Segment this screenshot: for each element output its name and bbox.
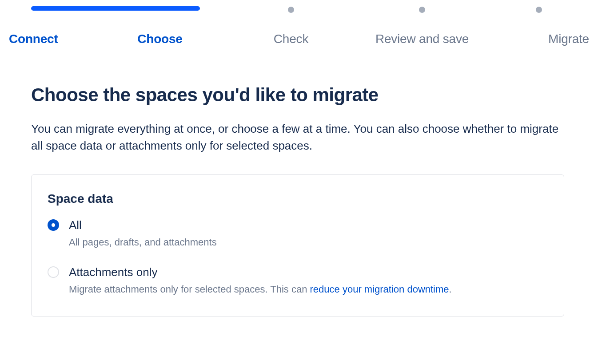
step-label: Connect (9, 32, 58, 46)
radio-description: Migrate attachments only for selected sp… (69, 283, 452, 297)
radio-input-all[interactable] (48, 219, 59, 231)
step-migrate[interactable]: Migrate (489, 6, 589, 46)
panel-heading: Space data (48, 192, 548, 206)
step-label: Review and save (375, 32, 469, 46)
radio-input-attachments-only[interactable] (48, 266, 59, 278)
step-choose[interactable]: Choose (93, 6, 227, 46)
step-check[interactable]: Check (227, 6, 355, 46)
step-dot-icon (419, 7, 425, 13)
step-connect[interactable]: Connect (9, 6, 93, 46)
radio-description-suffix: . (449, 284, 452, 295)
radio-description: All pages, drafts, and attachments (69, 236, 217, 249)
radio-label[interactable]: Attachments only (69, 265, 452, 279)
radio-option-attachments-only[interactable]: Attachments only Migrate attachments onl… (48, 265, 548, 297)
radio-label[interactable]: All (69, 218, 217, 232)
stepper: Connect Choose Check Review and save Mig… (0, 0, 598, 58)
step-label: Check (274, 32, 308, 46)
step-label: Choose (137, 32, 182, 46)
page-description: You can migrate everything at once, or c… (31, 121, 564, 154)
page-title: Choose the spaces you'd like to migrate (31, 84, 567, 106)
step-label: Migrate (548, 32, 589, 46)
radio-description-prefix: Migrate attachments only for selected sp… (69, 284, 310, 295)
space-data-panel: Space data All All pages, drafts, and at… (31, 174, 564, 317)
page-content: Choose the spaces you'd like to migrate … (0, 58, 598, 317)
step-review-and-save[interactable]: Review and save (355, 6, 489, 46)
step-dot-icon (288, 7, 294, 13)
step-dot-icon (536, 7, 542, 13)
radio-option-all[interactable]: All All pages, drafts, and attachments (48, 218, 548, 249)
reduce-downtime-link[interactable]: reduce your migration downtime (310, 284, 449, 295)
